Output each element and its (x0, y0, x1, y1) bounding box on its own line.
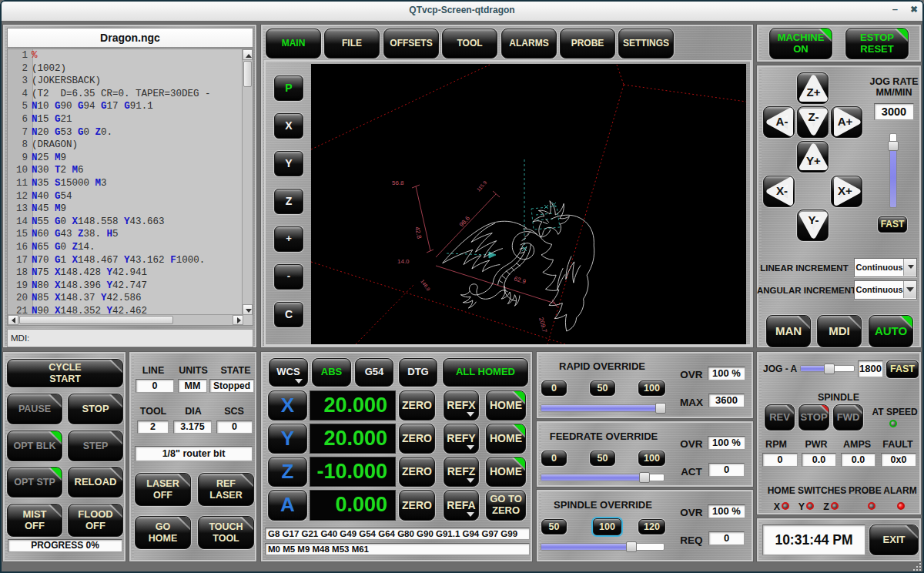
svg-text:14.0: 14.0 (397, 258, 410, 265)
svg-text:A-: A- (776, 115, 788, 128)
svg-text:98.6: 98.6 (458, 214, 472, 228)
svg-text:A+: A+ (838, 115, 853, 128)
svg-text:Z+: Z+ (807, 85, 821, 99)
svg-text:Y+: Y+ (806, 154, 821, 167)
svg-text:X-: X- (776, 184, 788, 197)
svg-text:62.9: 62.9 (513, 275, 527, 285)
svg-text:146.9: 146.9 (420, 279, 431, 293)
svg-text:42.8: 42.8 (413, 226, 423, 240)
svg-text:209.7: 209.7 (537, 317, 548, 333)
svg-text:Y-: Y- (808, 213, 819, 226)
svg-text:X+: X+ (838, 184, 852, 197)
svg-text:Z-: Z- (808, 110, 819, 123)
svg-text:115.9: 115.9 (476, 179, 488, 193)
svg-text:56.8: 56.8 (392, 179, 404, 186)
